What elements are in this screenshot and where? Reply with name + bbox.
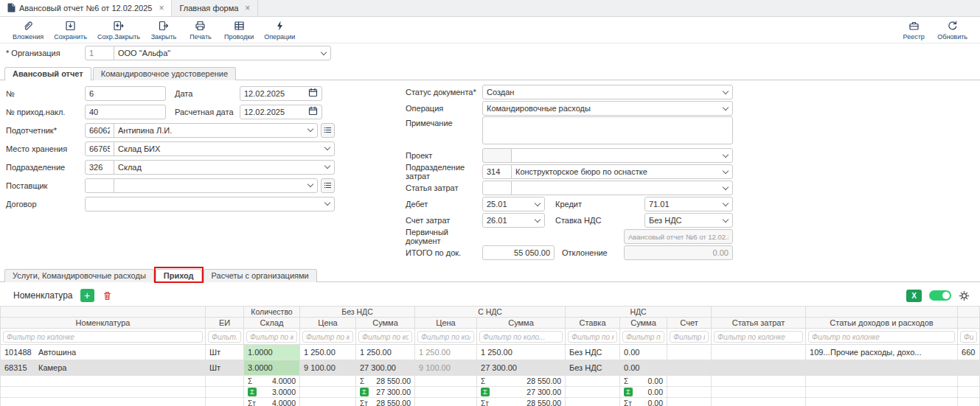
filter-input[interactable] — [670, 331, 709, 343]
save-button[interactable]: Сохранить — [49, 18, 92, 43]
department-select[interactable]: Склад — [114, 160, 335, 175]
storage-select[interactable]: Склад БИХ — [114, 141, 335, 156]
cell-price-no-vat[interactable]: 1 250.00 — [300, 345, 356, 360]
cell-vat-rate[interactable]: Без НДС — [566, 345, 620, 360]
close-tab-icon[interactable]: × — [159, 3, 164, 13]
add-row-button[interactable]: + — [80, 289, 94, 302]
cell-extra[interactable]: 660 — [958, 345, 980, 360]
cell-nomenclature[interactable]: 68315Камера — [1, 360, 206, 376]
table-row[interactable]: 101488Автошина Шт 1.0000 1 250.00 1 250.… — [1, 345, 980, 360]
close-button[interactable]: Закрыть — [145, 18, 182, 43]
accountable-lookup-button[interactable] — [321, 123, 335, 138]
filter-input[interactable] — [358, 331, 412, 343]
contract-select[interactable] — [85, 197, 335, 211]
cell-income-items[interactable] — [806, 360, 958, 376]
operations-button[interactable]: Операции — [259, 18, 300, 43]
storage-code-input[interactable] — [85, 141, 114, 156]
settings-gear-icon[interactable] — [959, 290, 970, 301]
col-sum-with-vat[interactable]: Сумма — [477, 318, 566, 329]
tab-avansovyi-otchet[interactable]: Авансовый отчет — [4, 67, 91, 80]
vat-rate-select[interactable]: Без НДС — [644, 213, 733, 228]
total-input[interactable] — [482, 245, 555, 260]
cell-account[interactable] — [667, 345, 712, 360]
refresh-button[interactable]: Обновить — [932, 18, 973, 43]
grid-view-toggle[interactable] — [929, 290, 951, 301]
debit-select[interactable]: 25.01 — [482, 197, 545, 211]
filter-input[interactable] — [246, 331, 297, 343]
col-cost-item[interactable]: Статья затрат — [712, 318, 806, 329]
cell-sum-no-vat[interactable]: 27 300.00 — [356, 360, 415, 376]
cost-department-select[interactable]: Конструкторское бюро по оснастке — [511, 164, 733, 179]
filter-input[interactable] — [3, 331, 203, 343]
note-textarea[interactable] — [482, 116, 733, 144]
print-button[interactable]: Печать — [182, 18, 219, 43]
supplier-code-input[interactable] — [85, 178, 114, 193]
cost-account-select[interactable]: 26.01 — [482, 213, 545, 228]
calendar-icon[interactable] — [308, 88, 318, 99]
cost-department-code-input[interactable] — [482, 164, 512, 179]
cell-sum-no-vat[interactable]: 1 250.00 — [356, 345, 415, 360]
cell-price-no-vat[interactable]: 9 100.00 — [300, 360, 356, 376]
cell-vat-rate[interactable]: Без НДС — [566, 360, 620, 376]
accountable-code-input[interactable] — [85, 123, 114, 138]
cell-sum-with-vat[interactable]: 27 300.00 — [477, 360, 566, 376]
cell-warehouse-qty[interactable]: 3.0000 — [244, 360, 300, 376]
cost-item-code-input[interactable] — [482, 181, 512, 195]
project-code-input[interactable] — [482, 148, 512, 163]
cell-extra[interactable] — [958, 360, 980, 376]
accountable-select[interactable]: Антипина Л.И. — [114, 123, 318, 138]
col-vat-sum[interactable]: Сумма — [620, 318, 667, 329]
filter-input[interactable] — [808, 331, 955, 343]
operation-select[interactable]: Командировочные расходы — [482, 101, 733, 116]
status-select[interactable]: Создан — [482, 85, 733, 99]
cell-unit[interactable]: Шт — [206, 345, 244, 360]
delete-row-icon[interactable] — [102, 290, 113, 301]
credit-select[interactable]: 71.01 — [644, 197, 733, 211]
calendar-icon[interactable] — [308, 106, 318, 117]
filter-input[interactable] — [479, 331, 563, 343]
col-nomenclature[interactable]: Номенклатура — [1, 318, 206, 329]
cell-sum-with-vat[interactable]: 1 250.00 — [477, 345, 566, 360]
registry-button[interactable]: Реестр — [895, 18, 932, 43]
cell-vat-sum[interactable]: 0.00 — [620, 360, 667, 376]
filter-input[interactable] — [568, 331, 617, 343]
cell-vat-sum[interactable]: 0.00 — [620, 345, 667, 360]
filter-input[interactable] — [302, 331, 353, 343]
filter-input[interactable] — [208, 331, 241, 343]
cell-cost-item[interactable] — [712, 360, 806, 376]
tab-raschety-s-organizaciyami[interactable]: Расчеты с организациями — [204, 269, 317, 282]
col-sum-no-vat[interactable]: Сумма — [356, 318, 415, 329]
col-account[interactable]: Счет — [667, 318, 712, 329]
cell-account[interactable] — [667, 360, 712, 376]
prihod-no-input[interactable] — [85, 105, 166, 119]
col-income-items[interactable]: Статьи доходов и расходов — [806, 318, 958, 329]
cell-income-items[interactable]: 109...Прочие расходы, дохо... — [806, 345, 958, 360]
cell-nomenclature[interactable]: 101488Автошина — [1, 345, 206, 360]
window-tab-document[interactable]: Авансовый отчет №6 от 12.02.2025 × — [0, 0, 172, 16]
date-input[interactable]: 12.02.2025 — [240, 86, 322, 101]
save-close-button[interactable]: Сохр.Закрыть — [92, 18, 145, 43]
filter-input[interactable] — [622, 331, 664, 343]
window-tab-main-form[interactable]: Главная форма × — [172, 0, 258, 16]
excel-export-button[interactable]: X — [906, 290, 922, 302]
supplier-select[interactable] — [114, 178, 318, 193]
filter-input[interactable] — [960, 331, 977, 343]
tab-prihod[interactable]: Приход — [156, 269, 202, 282]
filter-input[interactable] — [417, 331, 474, 343]
col-warehouse-qty[interactable]: Склад — [244, 318, 300, 329]
organization-code-input[interactable] — [85, 46, 114, 60]
project-select[interactable] — [511, 148, 733, 163]
col-price-with-vat[interactable]: Цена — [415, 318, 477, 329]
cell-warehouse-qty[interactable]: 1.0000 — [244, 345, 300, 360]
cell-price-with-vat[interactable]: 9 100.00 — [415, 360, 477, 376]
no-input[interactable] — [85, 86, 166, 101]
cell-price-with-vat[interactable]: 1 250.00 — [415, 345, 477, 360]
col-unit[interactable]: ЕИ — [206, 318, 244, 329]
attachments-button[interactable]: Вложения — [7, 18, 49, 43]
table-row-selected[interactable]: 68315Камера Шт 3.0000 9 100.00 27 300.00… — [1, 360, 980, 376]
tab-komandirovochnoe[interactable]: Командировочное удостоверение — [93, 67, 236, 80]
col-price-no-vat[interactable]: Цена — [300, 318, 356, 329]
cell-cost-item[interactable] — [712, 345, 806, 360]
filter-input[interactable] — [714, 331, 803, 343]
calc-date-input[interactable]: 12.02.2025 — [240, 105, 322, 119]
